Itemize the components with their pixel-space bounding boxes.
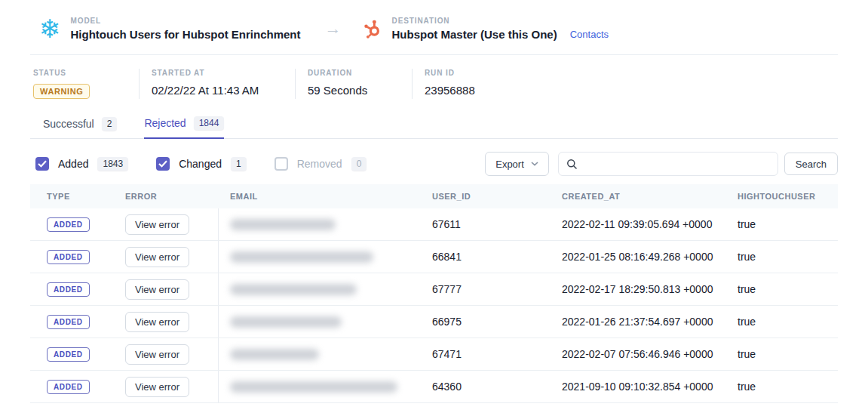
tab-successful[interactable]: Successful 2 [43,116,117,138]
table-row: ADDED View error 67471 2022-02-07 07:56:… [30,338,838,371]
created-at-cell: 2022-01-26 21:37:54.697 +0000 [551,316,726,328]
col-hightouchuser: HIGHTOUCHUSER [726,192,838,201]
view-error-button[interactable]: View error [125,247,189,267]
run-id-label: RUN ID [425,69,475,77]
search-icon [566,159,578,170]
run-detail-page: ❄ MODEL Hightouch Users for Hubspot Enri… [0,0,868,403]
started-at-value: 02/22/22 At 11:43 AM [152,84,281,97]
view-error-button[interactable]: View error [125,214,189,235]
tab-rejected-label: Rejected [144,117,186,129]
table-row: ADDED View error 67777 2022-02-17 18:29:… [30,273,838,306]
contacts-link[interactable]: Contacts [570,29,609,42]
destination-label: DESTINATION [392,17,557,25]
export-button[interactable]: Export [485,152,549,176]
removed-checkbox[interactable] [275,157,288,171]
table-row: ADDED View error 66975 2022-01-26 21:37:… [30,306,838,338]
type-badge: ADDED [47,282,90,297]
filter-removed-label: Removed [297,158,342,170]
user-id-cell: 66975 [421,316,551,328]
type-badge: ADDED [47,315,90,329]
table-row: ADDED View error 67611 2022-02-11 09:39:… [30,208,838,241]
hightouchuser-cell: true [726,283,838,295]
redacted-email [230,284,357,295]
destination-block: DESTINATION Hubspot Master (Use this One… [363,17,557,41]
view-error-button[interactable]: View error [125,344,189,365]
hightouchuser-cell: true [726,218,838,230]
filter-added[interactable]: Added 1843 [35,157,128,171]
created-at-cell: 2022-02-17 18:29:50.813 +0000 [551,283,726,295]
result-tabs: Successful 2 Rejected 1844 [30,116,838,139]
created-at-cell: 2022-02-11 09:39:05.694 +0000 [551,218,726,230]
tab-successful-label: Successful [43,118,94,130]
user-id-cell: 66841 [421,251,551,263]
check-icon [38,160,47,168]
status-block: STATUS WARNING [33,69,139,99]
chevron-down-icon [531,162,538,166]
filter-removed-count: 0 [351,157,367,171]
redacted-email [230,251,373,263]
status-label: STATUS [33,69,125,77]
model-name: Hightouch Users for Hubspot Enrinchment [71,28,301,41]
col-created-at: CREATED_AT [551,192,726,201]
duration-label: DURATION [308,69,398,77]
search-box[interactable] [558,152,778,176]
view-error-button[interactable]: View error [125,377,189,397]
created-at-cell: 2022-02-07 07:56:46.946 +0000 [551,348,726,360]
col-user-id: USER_ID [421,192,551,201]
redacted-email [230,219,336,230]
search-input[interactable] [584,159,770,170]
search-button[interactable]: Search [784,153,838,175]
hightouchuser-cell: true [726,316,838,328]
snowflake-icon: ❄ [39,16,61,42]
run-id-block: RUN ID 23956888 [412,69,489,99]
run-id-value: 23956888 [425,84,475,97]
changed-checkbox[interactable] [156,157,170,171]
filter-changed-label: Changed [179,158,222,170]
view-error-button[interactable]: View error [125,279,189,300]
filter-changed-count: 1 [231,157,247,171]
col-email: EMAIL [219,192,421,201]
tab-successful-count: 2 [102,117,118,131]
col-type: TYPE [30,192,125,201]
sync-header: ❄ MODEL Hightouch Users for Hubspot Enri… [30,0,838,55]
arrow-right-icon: → [325,19,342,39]
created-at-cell: 2022-01-25 08:16:49.268 +0000 [551,251,726,263]
check-icon [158,160,167,168]
table-row: ADDED View error 66841 2022-01-25 08:16:… [30,241,838,273]
destination-name: Hubspot Master (Use this One) [392,28,557,41]
filter-removed[interactable]: Removed 0 [275,157,367,171]
table-row: ADDED View error 64360 2021-09-10 09:10:… [30,371,838,403]
model-label: MODEL [71,17,301,25]
export-button-label: Export [495,159,524,170]
rejected-rows-table: TYPE ERROR EMAIL USER_ID CREATED_AT HIGH… [30,184,838,403]
filter-added-label: Added [58,158,88,170]
filter-added-count: 1843 [97,157,128,171]
duration-block: DURATION 59 Seconds [295,69,412,99]
status-bar: STATUS WARNING STARTED AT 02/22/22 At 11… [30,69,838,99]
filter-changed[interactable]: Changed 1 [156,157,247,171]
view-error-button[interactable]: View error [125,312,189,332]
created-at-cell: 2021-09-10 09:10:32.854 +0000 [551,381,726,393]
started-at-label: STARTED AT [152,69,281,77]
type-badge: ADDED [47,347,90,362]
hightouchuser-cell: true [726,251,838,263]
redacted-email [230,381,397,393]
redacted-email [230,349,319,360]
col-error: ERROR [125,192,219,201]
user-id-cell: 67471 [421,348,551,360]
type-badge: ADDED [47,217,90,232]
redacted-email [230,316,342,328]
tab-rejected-count: 1844 [194,116,225,130]
started-at-block: STARTED AT 02/22/22 At 11:43 AM [139,69,295,99]
user-id-cell: 64360 [421,381,551,393]
added-checkbox[interactable] [35,157,49,171]
hightouchuser-cell: true [726,348,838,360]
filter-bar: Added 1843 Changed 1 Removed 0 Export [30,152,838,176]
duration-value: 59 Seconds [308,84,398,97]
user-id-cell: 67777 [421,283,551,295]
type-badge: ADDED [47,380,90,394]
user-id-cell: 67611 [421,218,551,230]
tab-rejected[interactable]: Rejected 1844 [144,116,224,139]
model-block: ❄ MODEL Hightouch Users for Hubspot Enri… [39,16,301,42]
table-toolbar: Export Search [485,152,838,176]
